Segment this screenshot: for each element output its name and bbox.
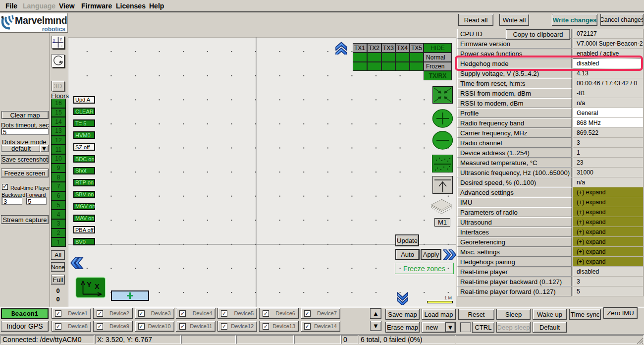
svg-text:Y: Y	[59, 37, 62, 42]
svg-text:X: X	[95, 283, 100, 290]
svg-text:Y: Y	[87, 281, 92, 288]
svg-text:x: x	[53, 38, 55, 43]
